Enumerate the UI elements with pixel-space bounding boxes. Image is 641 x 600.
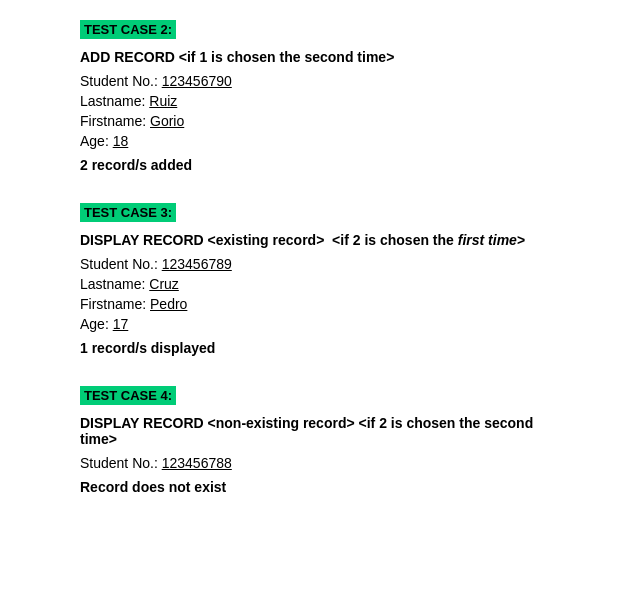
test-case-3-result: 1 record/s displayed	[80, 340, 561, 356]
test-case-2-result: 2 record/s added	[80, 157, 561, 173]
student-no-field-2: Student No.: 123456790	[80, 73, 561, 89]
age-value-3: 17	[113, 316, 129, 332]
lastname-field-3: Lastname: Cruz	[80, 276, 561, 292]
test-case-4-action: DISPLAY RECORD <non-existing record> <if…	[80, 415, 561, 447]
lastname-field-2: Lastname: Ruiz	[80, 93, 561, 109]
test-case-2-action: ADD RECORD <if 1 is chosen the second ti…	[80, 49, 561, 65]
test-case-2-label: TEST CASE 2:	[80, 20, 176, 39]
action-name-3: DISPLAY RECORD	[80, 232, 204, 248]
action-name-4: DISPLAY RECORD	[80, 415, 204, 431]
firstname-value-2: Gorio	[150, 113, 184, 129]
student-no-value-4: 123456788	[162, 455, 232, 471]
student-no-value-3: 123456789	[162, 256, 232, 272]
lastname-value-2: Ruiz	[149, 93, 177, 109]
test-case-2-block: TEST CASE 2: ADD RECORD <if 1 is chosen …	[80, 20, 561, 173]
age-field-2: Age: 18	[80, 133, 561, 149]
test-case-3-block: TEST CASE 3: DISPLAY RECORD <existing re…	[80, 203, 561, 356]
action-name: ADD RECORD	[80, 49, 175, 65]
test-case-4-label: TEST CASE 4:	[80, 386, 176, 405]
test-case-4-block: TEST CASE 4: DISPLAY RECORD <non-existin…	[80, 386, 561, 495]
test-case-4-result: Record does not exist	[80, 479, 561, 495]
age-value-2: 18	[113, 133, 129, 149]
student-no-value-2: 123456790	[162, 73, 232, 89]
firstname-value-3: Pedro	[150, 296, 187, 312]
age-field-3: Age: 17	[80, 316, 561, 332]
student-no-field-4: Student No.: 123456788	[80, 455, 561, 471]
test-case-3-label: TEST CASE 3:	[80, 203, 176, 222]
lastname-value-3: Cruz	[149, 276, 179, 292]
firstname-field-2: Firstname: Gorio	[80, 113, 561, 129]
student-no-field-3: Student No.: 123456789	[80, 256, 561, 272]
firstname-field-3: Firstname: Pedro	[80, 296, 561, 312]
test-case-3-action: DISPLAY RECORD <existing record> <if 2 i…	[80, 232, 561, 248]
